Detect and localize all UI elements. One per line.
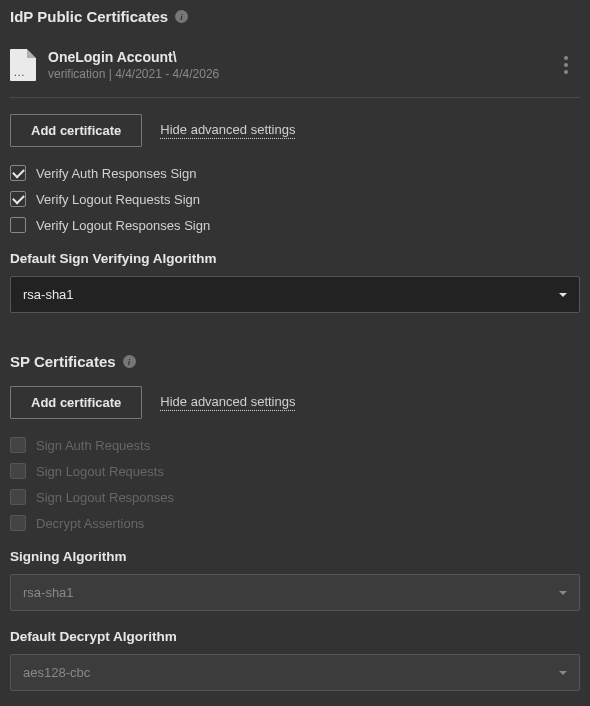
decrypt-algo-label: Default Decrypt Algorithm bbox=[10, 629, 580, 644]
signing-algo-label: Signing Algorithm bbox=[10, 549, 580, 564]
chevron-down-icon bbox=[559, 671, 567, 675]
chevron-down-icon bbox=[559, 293, 567, 297]
info-icon[interactable]: i bbox=[123, 355, 136, 368]
signing-algo-select: rsa-sha1 bbox=[10, 574, 580, 611]
select-value: rsa-sha1 bbox=[23, 287, 74, 302]
certificate-item: ... OneLogin Account\ verification | 4/4… bbox=[10, 41, 580, 98]
sign-auth-requests-checkbox bbox=[10, 437, 26, 453]
checkbox-label: Decrypt Assertions bbox=[36, 516, 144, 531]
checkbox-label: Sign Auth Requests bbox=[36, 438, 150, 453]
idp-section-title: IdP Public Certificates bbox=[10, 8, 168, 25]
hide-advanced-link[interactable]: Hide advanced settings bbox=[160, 394, 295, 411]
kebab-menu-icon[interactable] bbox=[558, 50, 574, 80]
chevron-down-icon bbox=[559, 591, 567, 595]
info-icon[interactable]: i bbox=[175, 10, 188, 23]
sign-logout-requests-checkbox bbox=[10, 463, 26, 479]
checkbox-label: Verify Logout Requests Sign bbox=[36, 192, 200, 207]
add-certificate-button[interactable]: Add certificate bbox=[10, 114, 142, 147]
certificate-name: OneLogin Account\ bbox=[48, 49, 219, 65]
decrypt-algo-select: aes128-cbc bbox=[10, 654, 580, 691]
select-value: rsa-sha1 bbox=[23, 585, 74, 600]
checkbox-label: Verify Logout Responses Sign bbox=[36, 218, 210, 233]
verify-logout-responses-checkbox[interactable] bbox=[10, 217, 26, 233]
default-sign-algo-select[interactable]: rsa-sha1 bbox=[10, 276, 580, 313]
select-value: aes128-cbc bbox=[23, 665, 90, 680]
sign-logout-responses-checkbox bbox=[10, 489, 26, 505]
checkbox-label: Verify Auth Responses Sign bbox=[36, 166, 196, 181]
checkbox-label: Sign Logout Requests bbox=[36, 464, 164, 479]
verify-auth-responses-checkbox[interactable] bbox=[10, 165, 26, 181]
decrypt-assertions-checkbox bbox=[10, 515, 26, 531]
add-certificate-button[interactable]: Add certificate bbox=[10, 386, 142, 419]
sp-section-title: SP Certificates bbox=[10, 353, 116, 370]
checkbox-label: Sign Logout Responses bbox=[36, 490, 174, 505]
verify-logout-requests-checkbox[interactable] bbox=[10, 191, 26, 207]
certificate-meta: verification | 4/4/2021 - 4/4/2026 bbox=[48, 67, 219, 81]
file-icon: ... bbox=[10, 49, 36, 81]
hide-advanced-link[interactable]: Hide advanced settings bbox=[160, 122, 295, 139]
default-sign-algo-label: Default Sign Verifying Algorithm bbox=[10, 251, 580, 266]
